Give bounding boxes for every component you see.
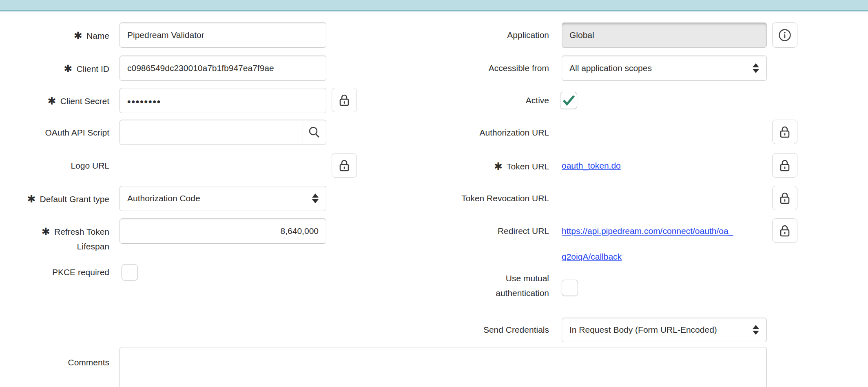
application-label: Application (408, 28, 549, 42)
client-secret-lock-button[interactable] (332, 88, 357, 112)
name-input[interactable] (120, 22, 326, 48)
token-revocation-url-label: Token Revocation URL (408, 191, 549, 206)
token-revocation-url-lock-button[interactable] (772, 186, 797, 210)
select-arrows-icon (312, 194, 319, 203)
comments-textarea[interactable] (120, 347, 767, 387)
pkce-required-checkbox[interactable] (122, 264, 138, 280)
oauth-api-script-reference-field[interactable] (120, 120, 326, 145)
logo-url-lock-button[interactable] (332, 153, 357, 178)
lock-icon (779, 224, 791, 237)
use-mutual-authentication-label: Use mutual authentication (408, 271, 549, 300)
required-asterisk-icon: ✱ (42, 224, 50, 239)
redirect-url-label: Redirect URL (408, 224, 549, 238)
active-label: Active (408, 93, 549, 108)
name-label: ✱Name (0, 28, 109, 43)
search-icon (308, 126, 321, 139)
client-secret-input[interactable] (120, 88, 326, 113)
lock-icon (779, 191, 791, 205)
redirect-url-link-line2[interactable]: g2oiqA/callback (562, 250, 622, 263)
required-asterisk-icon: ✱ (74, 28, 82, 43)
oauth-application-form: { "required_marker": "✱", "colors": { "t… (0, 0, 868, 387)
send-credentials-label: Send Credentials (408, 322, 549, 337)
active-checkbox[interactable] (560, 92, 577, 109)
required-asterisk-icon: ✱ (64, 61, 73, 76)
client-id-label: ✱Client ID (0, 61, 109, 76)
authorization-url-label: Authorization URL (408, 125, 549, 140)
reference-lookup-button[interactable] (303, 120, 326, 145)
application-info-button[interactable] (772, 22, 797, 48)
token-url-link[interactable]: oauth_token.do (562, 159, 621, 172)
client-id-input[interactable] (120, 56, 326, 81)
token-url-lock-button[interactable] (772, 153, 797, 178)
application-readonly-field: Global (562, 22, 767, 48)
lock-icon (779, 125, 791, 138)
accessible-from-select[interactable]: All application scopes (562, 56, 767, 81)
lock-icon (338, 93, 350, 107)
logo-url-label: Logo URL (0, 158, 109, 173)
refresh-token-lifespan-label: ✱Refresh Token Lifespan (0, 224, 109, 254)
comments-label: Comments (0, 355, 109, 370)
redirect-url-lock-button[interactable] (772, 218, 797, 243)
lock-icon (779, 159, 791, 172)
pkce-required-label: PKCE required (0, 265, 109, 280)
authorization-url-lock-button[interactable] (772, 120, 797, 144)
refresh-token-lifespan-input[interactable] (120, 218, 326, 244)
default-grant-type-select[interactable]: Authorization Code (120, 186, 326, 211)
checkmark-icon (562, 94, 576, 107)
use-mutual-authentication-checkbox[interactable] (562, 280, 578, 296)
info-icon (778, 28, 792, 42)
default-grant-type-label: ✱Default Grant type (0, 191, 109, 207)
header-bar (0, 0, 868, 11)
required-asterisk-icon: ✱ (48, 93, 56, 108)
redirect-url-link[interactable]: https://api.pipedream.com/connect/oauth/… (562, 225, 733, 238)
oauth-api-script-label: OAuth API Script (0, 125, 109, 140)
accessible-from-label: Accessible from (408, 61, 549, 76)
required-asterisk-icon: ✱ (494, 159, 503, 173)
lock-icon (338, 159, 350, 172)
select-arrows-icon (753, 63, 759, 73)
token-url-label: ✱Token URL (408, 158, 549, 174)
select-arrows-icon (753, 325, 759, 335)
send-credentials-select[interactable]: In Request Body (Form URL-Encoded) (562, 318, 767, 342)
required-asterisk-icon: ✱ (27, 191, 36, 206)
client-secret-label: ✱Client Secret (0, 93, 109, 109)
